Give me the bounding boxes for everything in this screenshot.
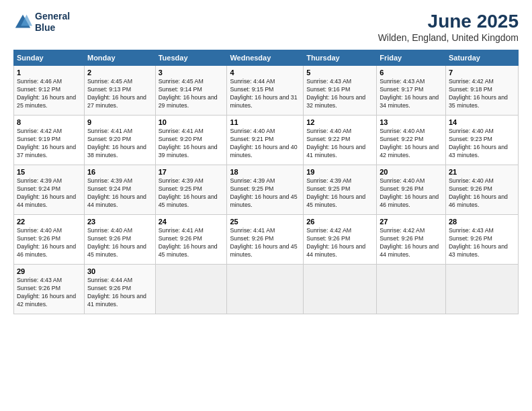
day-number: 29 xyxy=(17,267,81,275)
day-detail: Sunrise: 4:43 AMSunset: 9:26 PMDaylight:… xyxy=(449,227,515,259)
col-wednesday: Wednesday xyxy=(227,50,304,66)
day-detail: Sunrise: 4:41 AMSunset: 9:26 PMDaylight:… xyxy=(159,227,224,259)
table-row: 7 Sunrise: 4:42 AMSunset: 9:18 PMDayligh… xyxy=(445,66,518,116)
day-detail: Sunrise: 4:44 AMSunset: 9:15 PMDaylight:… xyxy=(230,78,300,110)
table-row: 3 Sunrise: 4:45 AMSunset: 9:14 PMDayligh… xyxy=(155,66,227,116)
table-row: 5 Sunrise: 4:43 AMSunset: 9:16 PMDayligh… xyxy=(304,66,377,116)
title-block: June 2025 Wilden, England, United Kingdo… xyxy=(378,11,519,43)
table-row: 1 Sunrise: 4:46 AMSunset: 9:12 PMDayligh… xyxy=(14,66,85,116)
main-title: June 2025 xyxy=(378,11,519,32)
day-number: 19 xyxy=(306,168,373,176)
day-number: 25 xyxy=(230,218,300,226)
table-row: 12 Sunrise: 4:40 AMSunset: 9:22 PMDaylig… xyxy=(304,116,377,165)
day-number: 15 xyxy=(17,168,81,176)
table-row: 25 Sunrise: 4:41 AMSunset: 9:26 PMDaylig… xyxy=(227,215,304,265)
day-detail: Sunrise: 4:39 AMSunset: 9:25 PMDaylight:… xyxy=(306,177,373,210)
day-number: 12 xyxy=(306,118,373,126)
day-detail: Sunrise: 4:41 AMSunset: 9:20 PMDaylight:… xyxy=(159,128,224,160)
table-row: 8 Sunrise: 4:42 AMSunset: 9:19 PMDayligh… xyxy=(14,116,85,165)
day-detail: Sunrise: 4:39 AMSunset: 9:24 PMDaylight:… xyxy=(17,177,81,210)
day-detail: Sunrise: 4:43 AMSunset: 9:17 PMDaylight:… xyxy=(380,78,443,110)
day-detail: Sunrise: 4:42 AMSunset: 9:26 PMDaylight:… xyxy=(306,227,373,259)
table-row: 13 Sunrise: 4:40 AMSunset: 9:22 PMDaylig… xyxy=(377,116,446,165)
table-row: 15 Sunrise: 4:39 AMSunset: 9:24 PMDaylig… xyxy=(14,165,85,215)
page: General Blue June 2025 Wilden, England, … xyxy=(0,0,532,411)
col-monday: Monday xyxy=(84,50,155,66)
table-row xyxy=(227,265,304,314)
day-detail: Sunrise: 4:46 AMSunset: 9:12 PMDaylight:… xyxy=(17,78,81,110)
table-row: 28 Sunrise: 4:43 AMSunset: 9:26 PMDaylig… xyxy=(445,215,518,265)
logo: General Blue xyxy=(13,11,70,34)
day-detail: Sunrise: 4:40 AMSunset: 9:26 PMDaylight:… xyxy=(87,227,152,259)
logo-text: General Blue xyxy=(35,11,70,34)
day-detail: Sunrise: 4:40 AMSunset: 9:26 PMDaylight:… xyxy=(380,177,443,210)
col-friday: Friday xyxy=(377,50,446,66)
day-number: 14 xyxy=(449,118,515,126)
day-detail: Sunrise: 4:43 AMSunset: 9:26 PMDaylight:… xyxy=(17,277,81,309)
table-row: 18 Sunrise: 4:39 AMSunset: 9:25 PMDaylig… xyxy=(227,165,304,215)
table-row: 26 Sunrise: 4:42 AMSunset: 9:26 PMDaylig… xyxy=(304,215,377,265)
day-number: 6 xyxy=(380,68,443,77)
day-number: 17 xyxy=(159,168,224,176)
col-tuesday: Tuesday xyxy=(155,50,227,66)
day-detail: Sunrise: 4:43 AMSunset: 9:16 PMDaylight:… xyxy=(306,78,373,110)
day-number: 11 xyxy=(230,118,300,126)
table-row: 2 Sunrise: 4:45 AMSunset: 9:13 PMDayligh… xyxy=(84,66,155,116)
day-number: 16 xyxy=(87,168,152,176)
day-number: 1 xyxy=(17,68,81,77)
day-detail: Sunrise: 4:40 AMSunset: 9:22 PMDaylight:… xyxy=(380,128,443,160)
day-detail: Sunrise: 4:39 AMSunset: 9:25 PMDaylight:… xyxy=(230,177,300,210)
day-detail: Sunrise: 4:40 AMSunset: 9:23 PMDaylight:… xyxy=(449,128,515,160)
table-row: 19 Sunrise: 4:39 AMSunset: 9:25 PMDaylig… xyxy=(304,165,377,215)
table-row: 4 Sunrise: 4:44 AMSunset: 9:15 PMDayligh… xyxy=(227,66,304,116)
day-number: 5 xyxy=(306,68,373,77)
day-number: 8 xyxy=(17,118,81,126)
table-row: 10 Sunrise: 4:41 AMSunset: 9:20 PMDaylig… xyxy=(155,116,227,165)
table-row: 6 Sunrise: 4:43 AMSunset: 9:17 PMDayligh… xyxy=(377,66,446,116)
table-row: 21 Sunrise: 4:40 AMSunset: 9:26 PMDaylig… xyxy=(445,165,518,215)
day-number: 7 xyxy=(449,68,515,77)
table-row: 14 Sunrise: 4:40 AMSunset: 9:23 PMDaylig… xyxy=(445,116,518,165)
day-number: 2 xyxy=(87,68,152,77)
day-detail: Sunrise: 4:45 AMSunset: 9:13 PMDaylight:… xyxy=(87,78,152,110)
day-number: 26 xyxy=(306,218,373,226)
col-saturday: Saturday xyxy=(445,50,518,66)
day-number: 13 xyxy=(380,118,443,126)
day-detail: Sunrise: 4:42 AMSunset: 9:18 PMDaylight:… xyxy=(449,78,515,110)
table-row: 17 Sunrise: 4:39 AMSunset: 9:25 PMDaylig… xyxy=(155,165,227,215)
day-number: 30 xyxy=(87,267,152,275)
day-detail: Sunrise: 4:45 AMSunset: 9:14 PMDaylight:… xyxy=(159,78,224,110)
day-number: 20 xyxy=(380,168,443,176)
subtitle: Wilden, England, United Kingdom xyxy=(378,32,519,43)
table-row: 30 Sunrise: 4:44 AMSunset: 9:26 PMDaylig… xyxy=(84,265,155,314)
table-row: 11 Sunrise: 4:40 AMSunset: 9:21 PMDaylig… xyxy=(227,116,304,165)
header: General Blue June 2025 Wilden, England, … xyxy=(13,11,519,43)
day-detail: Sunrise: 4:39 AMSunset: 9:25 PMDaylight:… xyxy=(159,177,224,210)
day-detail: Sunrise: 4:40 AMSunset: 9:21 PMDaylight:… xyxy=(230,128,300,160)
table-row: 20 Sunrise: 4:40 AMSunset: 9:26 PMDaylig… xyxy=(377,165,446,215)
table-row xyxy=(377,265,446,314)
table-row: 29 Sunrise: 4:43 AMSunset: 9:26 PMDaylig… xyxy=(14,265,85,314)
table-row: 9 Sunrise: 4:41 AMSunset: 9:20 PMDayligh… xyxy=(84,116,155,165)
day-number: 27 xyxy=(380,218,443,226)
day-number: 28 xyxy=(449,218,515,226)
table-row: 16 Sunrise: 4:39 AMSunset: 9:24 PMDaylig… xyxy=(84,165,155,215)
day-detail: Sunrise: 4:40 AMSunset: 9:26 PMDaylight:… xyxy=(449,177,515,210)
day-number: 21 xyxy=(449,168,515,176)
calendar-table: Sunday Monday Tuesday Wednesday Thursday… xyxy=(13,50,519,314)
day-number: 4 xyxy=(230,68,300,77)
day-detail: Sunrise: 4:39 AMSunset: 9:24 PMDaylight:… xyxy=(87,177,152,210)
logo-icon xyxy=(13,13,32,32)
day-number: 23 xyxy=(87,218,152,226)
table-row: 22 Sunrise: 4:40 AMSunset: 9:26 PMDaylig… xyxy=(14,215,85,265)
day-number: 9 xyxy=(87,118,152,126)
day-detail: Sunrise: 4:41 AMSunset: 9:20 PMDaylight:… xyxy=(87,128,152,160)
day-detail: Sunrise: 4:42 AMSunset: 9:19 PMDaylight:… xyxy=(17,128,81,160)
col-sunday: Sunday xyxy=(14,50,85,66)
table-row xyxy=(445,265,518,314)
day-number: 3 xyxy=(159,68,224,77)
day-detail: Sunrise: 4:41 AMSunset: 9:26 PMDaylight:… xyxy=(230,227,300,259)
table-row xyxy=(304,265,377,314)
day-detail: Sunrise: 4:42 AMSunset: 9:26 PMDaylight:… xyxy=(380,227,443,259)
day-number: 22 xyxy=(17,218,81,226)
